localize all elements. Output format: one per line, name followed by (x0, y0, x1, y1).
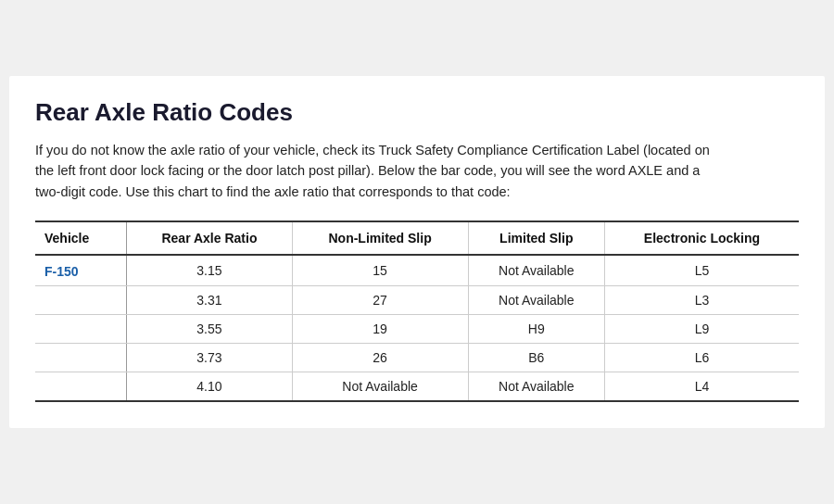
table-body: F-1503.1515Not AvailableL53.3127Not Avai… (35, 255, 799, 401)
main-card: Rear Axle Ratio Codes If you do not know… (9, 76, 825, 429)
cell-limited-slip: H9 (468, 315, 604, 344)
cell-electronic-locking: L3 (604, 286, 799, 315)
header-non-limited-slip: Non-Limited Slip (292, 221, 468, 255)
cell-rear-axle-ratio: 3.73 (127, 344, 292, 372)
cell-electronic-locking: L4 (604, 372, 799, 402)
cell-non-limited-slip: 19 (292, 315, 468, 344)
cell-non-limited-slip: 27 (292, 286, 468, 315)
cell-non-limited-slip: 26 (292, 344, 468, 372)
cell-vehicle: F-150 (35, 255, 127, 286)
axle-ratio-table: Vehicle Rear Axle Ratio Non-Limited Slip… (35, 220, 799, 402)
cell-electronic-locking: L5 (604, 255, 799, 286)
table-row: 3.5519H9L9 (35, 315, 799, 344)
cell-limited-slip: Not Available (468, 255, 604, 286)
table-row: 3.7326B6L6 (35, 344, 799, 372)
header-vehicle: Vehicle (35, 221, 127, 255)
header-limited-slip: Limited Slip (468, 221, 604, 255)
cell-rear-axle-ratio: 3.15 (127, 255, 292, 286)
cell-rear-axle-ratio: 4.10 (127, 372, 292, 402)
cell-vehicle (35, 315, 127, 344)
cell-vehicle (35, 344, 127, 372)
cell-rear-axle-ratio: 3.55 (127, 315, 292, 344)
cell-non-limited-slip: 15 (292, 255, 468, 286)
page-title: Rear Axle Ratio Codes (35, 98, 799, 127)
table-row: 4.10Not AvailableNot AvailableL4 (35, 372, 799, 402)
table-row: F-1503.1515Not AvailableL5 (35, 255, 799, 286)
cell-vehicle (35, 286, 127, 315)
cell-non-limited-slip: Not Available (292, 372, 468, 402)
header-rear-axle-ratio: Rear Axle Ratio (127, 221, 292, 255)
table-header-row: Vehicle Rear Axle Ratio Non-Limited Slip… (35, 221, 799, 255)
cell-limited-slip: Not Available (468, 286, 604, 315)
table-row: 3.3127Not AvailableL3 (35, 286, 799, 315)
cell-limited-slip: Not Available (468, 372, 604, 402)
cell-vehicle (35, 372, 127, 402)
cell-electronic-locking: L6 (604, 344, 799, 372)
description-text: If you do not know the axle ratio of you… (35, 140, 721, 202)
cell-electronic-locking: L9 (604, 315, 799, 344)
table-container: Vehicle Rear Axle Ratio Non-Limited Slip… (35, 220, 799, 402)
header-electronic-locking: Electronic Locking (604, 221, 799, 255)
cell-rear-axle-ratio: 3.31 (127, 286, 292, 315)
cell-limited-slip: B6 (468, 344, 604, 372)
